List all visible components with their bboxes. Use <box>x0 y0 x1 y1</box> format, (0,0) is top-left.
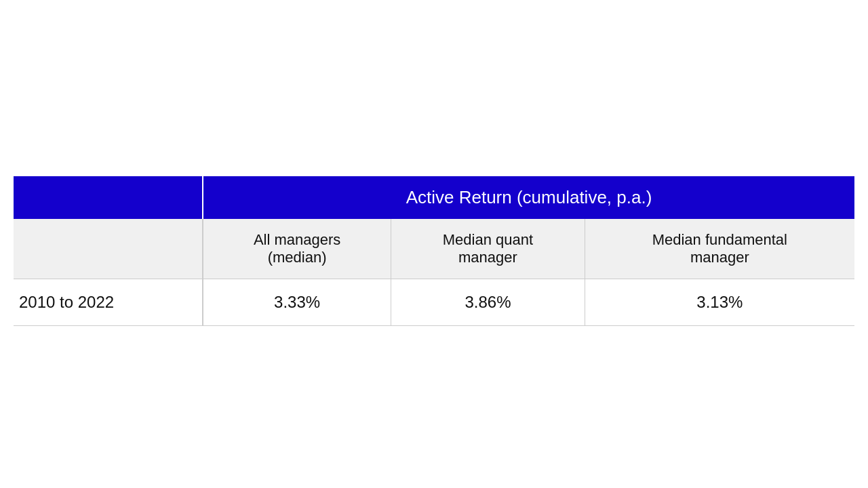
table-wrapper: Active Return (cumulative, p.a.) All man… <box>14 176 854 326</box>
cell-all-managers-2010-2022: 3.33% <box>203 279 391 325</box>
cell-median-fundamental-2010-2022: 3.13% <box>585 279 854 325</box>
group-header-row: Active Return (cumulative, p.a.) <box>14 176 854 219</box>
row-label-2010-2022: 2010 to 2022 <box>14 279 203 325</box>
col-header-label <box>14 219 203 279</box>
data-table: Active Return (cumulative, p.a.) All man… <box>14 176 854 326</box>
col-header-all-managers: All managers(median) <box>203 219 391 279</box>
col-header-median-fundamental: Median fundamentalmanager <box>585 219 854 279</box>
cell-median-quant-2010-2022: 3.86% <box>391 279 585 325</box>
sub-header-row: All managers(median) Median quantmanager… <box>14 219 854 279</box>
empty-header-cell <box>14 176 203 219</box>
col-header-median-quant: Median quantmanager <box>391 219 585 279</box>
table-row: 2010 to 2022 3.33% 3.86% 3.13% <box>14 279 854 325</box>
active-return-header: Active Return (cumulative, p.a.) <box>203 176 854 219</box>
